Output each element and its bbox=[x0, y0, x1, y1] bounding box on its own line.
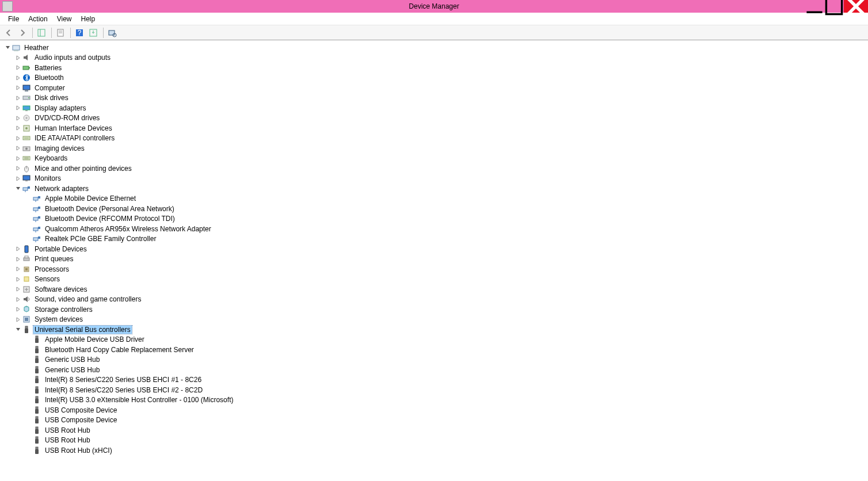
tree-item-category[interactable]: Disk drives bbox=[5, 93, 863, 104]
svg-rect-62 bbox=[25, 268, 28, 270]
tree-item-device[interactable]: Intel(R) 8 Series/C220 Series USB EHCI #… bbox=[5, 385, 863, 395]
tree-item-label: System devices bbox=[33, 315, 84, 323]
tree-item-category[interactable]: Imaging devices bbox=[5, 143, 863, 154]
tree-item-device[interactable]: Generic USB Hub bbox=[5, 365, 863, 375]
tree-item-label: Audio inputs and outputs bbox=[33, 54, 112, 62]
tree-collapse-icon[interactable] bbox=[5, 45, 10, 51]
tree-item-device[interactable]: Bluetooth Device (Personal Area Network) bbox=[5, 204, 863, 214]
tree-item-category[interactable]: Sensors bbox=[5, 274, 863, 285]
minimize-button[interactable] bbox=[805, 0, 824, 13]
tree-item-device[interactable]: Bluetooth Device (RFCOMM Protocol TDI) bbox=[5, 214, 863, 224]
menu-help[interactable]: Help bbox=[77, 14, 100, 24]
tree-item-category[interactable]: Portable Devices bbox=[5, 244, 863, 254]
update-driver-button[interactable] bbox=[87, 26, 100, 39]
tree-expand-icon[interactable] bbox=[15, 287, 21, 292]
root-icon bbox=[12, 43, 21, 52]
tree-item-label: Keyboards bbox=[33, 154, 68, 162]
menu-view[interactable]: View bbox=[52, 14, 77, 24]
svg-rect-15 bbox=[14, 50, 18, 51]
tree-item-category[interactable]: Processors bbox=[5, 264, 863, 274]
tree-item-device[interactable]: Qualcomm Atheros AR956x Wireless Network… bbox=[5, 224, 863, 234]
tree-toggle-none bbox=[25, 226, 31, 232]
tree-item-category[interactable]: Human Interface Devices bbox=[5, 123, 863, 133]
maximize-button[interactable] bbox=[824, 0, 844, 13]
tree-item-device[interactable]: USB Composite Device bbox=[5, 415, 863, 426]
tree-expand-icon[interactable] bbox=[15, 65, 21, 71]
tree-item-device[interactable]: Intel(R) 8 Series/C220 Series USB EHCI #… bbox=[5, 375, 863, 385]
tree-expand-icon[interactable] bbox=[15, 95, 21, 101]
svg-rect-40 bbox=[23, 188, 28, 190]
tree-expand-icon[interactable] bbox=[15, 307, 21, 312]
tree-item-category[interactable]: Bluetooth bbox=[5, 73, 863, 83]
tree-toggle-none bbox=[25, 448, 31, 453]
tree-item-category[interactable]: IDE ATA/ATAPI controllers bbox=[5, 133, 863, 144]
help-button[interactable]: ? bbox=[73, 26, 86, 39]
tree-item-category[interactable]: DVD/CD-ROM drives bbox=[5, 113, 863, 124]
back-button[interactable] bbox=[2, 26, 15, 39]
tree-item-category[interactable]: Batteries bbox=[5, 63, 863, 73]
tree-expand-icon[interactable] bbox=[15, 135, 21, 141]
tree-expand-icon[interactable] bbox=[15, 75, 21, 81]
tree-item-category[interactable]: Computer bbox=[5, 83, 863, 93]
tree-item-category[interactable]: System devices bbox=[5, 315, 863, 325]
forward-button[interactable] bbox=[16, 26, 29, 39]
tree-item-category[interactable]: Software devices bbox=[5, 284, 863, 295]
tree-expand-icon[interactable] bbox=[15, 246, 21, 252]
tree-item-category[interactable]: Print queues bbox=[5, 254, 863, 265]
tree-collapse-icon[interactable] bbox=[15, 186, 21, 192]
properties-button[interactable] bbox=[54, 26, 67, 39]
tree-item-label: Human Interface Devices bbox=[33, 124, 113, 132]
tree-item-device[interactable]: Intel(R) USB 3.0 eXtensible Host Control… bbox=[5, 395, 863, 406]
menu-file[interactable]: File bbox=[3, 14, 24, 24]
tree-item-device[interactable]: Apple Mobile Device USB Driver bbox=[5, 335, 863, 345]
tree-item-category[interactable]: Universal Serial Bus controllers bbox=[5, 325, 863, 335]
tree-expand-icon[interactable] bbox=[15, 146, 21, 151]
tree-item-category[interactable]: Display adapters bbox=[5, 103, 863, 113]
tree-expand-icon[interactable] bbox=[15, 256, 21, 262]
tree-expand-icon[interactable] bbox=[15, 55, 21, 60]
tree-expand-icon[interactable] bbox=[15, 296, 21, 302]
tree-expand-icon[interactable] bbox=[15, 175, 21, 181]
scan-hardware-button[interactable] bbox=[106, 26, 119, 39]
computer-icon bbox=[22, 83, 31, 93]
close-button[interactable] bbox=[844, 0, 868, 13]
tree-item-category[interactable]: Sound, video and game controllers bbox=[5, 295, 863, 305]
show-hide-console-button[interactable] bbox=[35, 26, 48, 39]
tree-expand-icon[interactable] bbox=[15, 166, 21, 171]
menu-action[interactable]: Action bbox=[24, 14, 52, 24]
tree-item-device[interactable]: Realtek PCIe GBE Family Controller bbox=[5, 234, 863, 245]
tree-item-category[interactable]: Network adapters bbox=[5, 184, 863, 194]
tree-expand-icon[interactable] bbox=[15, 115, 21, 121]
svg-rect-74 bbox=[35, 358, 39, 363]
svg-rect-70 bbox=[35, 338, 39, 343]
tree-item-device[interactable]: Bluetooth Hard Copy Cable Replacement Se… bbox=[5, 345, 863, 355]
tree-item-category[interactable]: Audio inputs and outputs bbox=[5, 53, 863, 63]
svg-rect-79 bbox=[36, 387, 38, 389]
svg-rect-59 bbox=[24, 258, 29, 261]
tree-item-label: Software devices bbox=[33, 285, 88, 293]
tree-expand-icon[interactable] bbox=[15, 105, 21, 111]
tree-item-category[interactable]: Mice and other pointing devices bbox=[5, 163, 863, 174]
usb-icon bbox=[32, 335, 41, 344]
tree-expand-icon[interactable] bbox=[15, 125, 21, 131]
tree-item-category[interactable]: Monitors bbox=[5, 174, 863, 184]
tree-expand-icon[interactable] bbox=[15, 266, 21, 272]
network-icon bbox=[32, 234, 41, 243]
tree-expand-icon[interactable] bbox=[15, 85, 21, 91]
tree-expand-icon[interactable] bbox=[15, 316, 21, 322]
tree-item-device[interactable]: USB Composite Device bbox=[5, 405, 863, 415]
tree-item-root[interactable]: Heather bbox=[5, 43, 863, 53]
device-tree[interactable]: HeatherAudio inputs and outputsBatteries… bbox=[0, 40, 868, 481]
tree-item-device[interactable]: USB Root Hub bbox=[5, 436, 863, 446]
tree-item-device[interactable]: Generic USB Hub bbox=[5, 355, 863, 365]
tree-item-device[interactable]: Apple Mobile Device Ethernet bbox=[5, 194, 863, 204]
tree-collapse-icon[interactable] bbox=[15, 327, 21, 333]
tree-item-device[interactable]: USB Root Hub bbox=[5, 425, 863, 436]
tree-item-device[interactable]: USB Root Hub (xHCI) bbox=[5, 445, 863, 456]
tree-expand-icon[interactable] bbox=[15, 155, 21, 161]
tree-item-category[interactable]: Storage controllers bbox=[5, 304, 863, 315]
tree-item-category[interactable]: Keyboards bbox=[5, 154, 863, 164]
tree-toggle-none bbox=[25, 397, 31, 403]
tree-expand-icon[interactable] bbox=[15, 276, 21, 282]
svg-rect-84 bbox=[35, 409, 39, 414]
